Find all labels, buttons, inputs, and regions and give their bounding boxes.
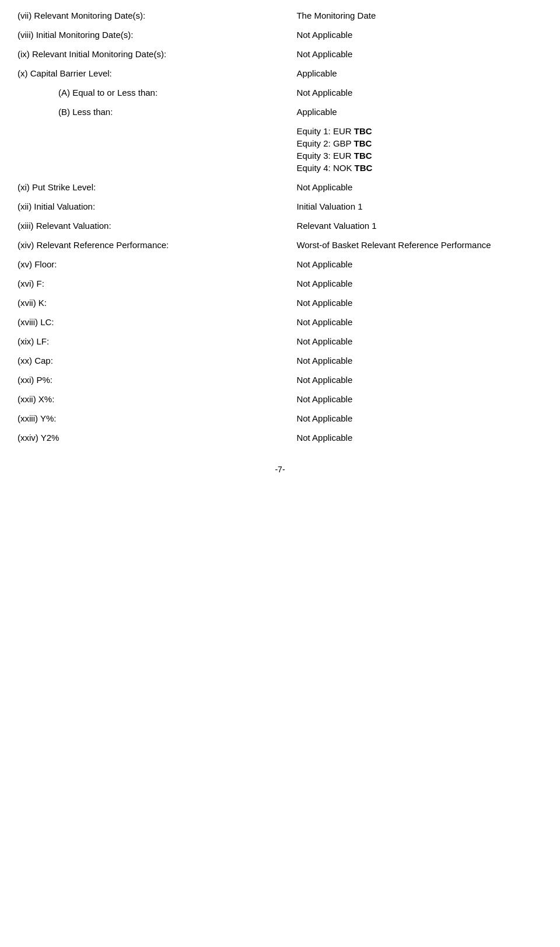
right-value: Not Applicable <box>296 278 352 288</box>
right-value: Not Applicable <box>296 356 352 365</box>
left-label: (ix) Relevant Initial Monitoring Date(s)… <box>18 49 166 59</box>
left-label: (A) Equal to or Less than: <box>58 88 158 98</box>
left-label: (xxiii) Y%: <box>18 413 56 423</box>
table-row: (xiv) Relevant Reference Performance:Wor… <box>12 235 548 255</box>
right-value: Not Applicable <box>296 298 352 308</box>
left-col-xi: (xi) Put Strike Level: <box>12 182 290 192</box>
right-value: Not Applicable <box>296 336 352 346</box>
left-col-x: (x) Capital Barrier Level: <box>12 68 290 78</box>
right-value: Not Applicable <box>296 317 352 327</box>
table-row: (xix) LF:Not Applicable <box>12 332 548 351</box>
right-col-x-b: Applicable <box>290 107 548 117</box>
left-col-xiv: (xiv) Relevant Reference Performance: <box>12 240 290 250</box>
left-label: (xxiv) Y2% <box>18 433 59 443</box>
left-label: (xii) Initial Valuation: <box>18 201 95 211</box>
table-row: (xxiv) Y2%Not Applicable <box>12 428 548 447</box>
left-col-xiii: (xiii) Relevant Valuation: <box>12 221 290 231</box>
equity-line: Equity 2: GBP TBC <box>296 138 548 148</box>
left-label: (xi) Put Strike Level: <box>18 182 96 192</box>
table-row: (xi) Put Strike Level:Not Applicable <box>12 177 548 197</box>
right-value: Not Applicable <box>296 259 352 269</box>
table-row: (xiii) Relevant Valuation:Relevant Valua… <box>12 216 548 235</box>
equity-line: Equity 3: EUR TBC <box>296 151 548 161</box>
table-row: (xviii) LC:Not Applicable <box>12 312 548 332</box>
right-value: Not Applicable <box>296 433 352 443</box>
right-value: Not Applicable <box>296 394 352 404</box>
right-value: Not Applicable <box>296 88 352 98</box>
table-row: (xx) Cap:Not Applicable <box>12 351 548 370</box>
right-col-x-b-equities: Equity 1: EUR TBCEquity 2: GBP TBCEquity… <box>290 126 548 173</box>
right-value: Not Applicable <box>296 182 352 192</box>
right-col-xviii: Not Applicable <box>290 317 548 327</box>
right-col-xxiv: Not Applicable <box>290 433 548 443</box>
left-col-xv: (xv) Floor: <box>12 259 290 269</box>
right-value: Relevant Valuation 1 <box>296 221 376 231</box>
left-col-viii: (viii) Initial Monitoring Date(s): <box>12 30 290 40</box>
table-row: (B) Less than:Applicable <box>12 102 548 121</box>
left-col-xx: (xx) Cap: <box>12 356 290 365</box>
left-label: (xvi) F: <box>18 278 44 288</box>
table-row: (ix) Relevant Initial Monitoring Date(s)… <box>12 44 548 64</box>
left-label: (xvii) K: <box>18 298 47 308</box>
right-value: Applicable <box>296 107 337 117</box>
left-col-xxiii: (xxiii) Y%: <box>12 413 290 423</box>
left-col-xvi: (xvi) F: <box>12 278 290 288</box>
right-col-x: Applicable <box>290 68 548 78</box>
right-col-xiii: Relevant Valuation 1 <box>290 221 548 231</box>
left-col-ix: (ix) Relevant Initial Monitoring Date(s)… <box>12 49 290 59</box>
right-value: Initial Valuation 1 <box>296 201 362 211</box>
right-col-xxiii: Not Applicable <box>290 413 548 423</box>
left-label: (xv) Floor: <box>18 259 57 269</box>
right-value: Not Applicable <box>296 30 352 40</box>
table-row: Equity 1: EUR TBCEquity 2: GBP TBCEquity… <box>12 121 548 177</box>
left-col-x-b: (B) Less than: <box>12 107 290 117</box>
table-row: (xvii) K:Not Applicable <box>12 293 548 312</box>
equity-line: Equity 4: NOK TBC <box>296 163 548 173</box>
table-row: (xii) Initial Valuation:Initial Valuatio… <box>12 197 548 216</box>
right-value: The Monitoring Date <box>296 11 376 20</box>
table-row: (xxii) X%:Not Applicable <box>12 389 548 409</box>
table-row: (xxi) P%:Not Applicable <box>12 370 548 389</box>
right-col-x-a: Not Applicable <box>290 88 548 98</box>
left-col-xxiv: (xxiv) Y2% <box>12 433 290 443</box>
table-row: (xvi) F:Not Applicable <box>12 274 548 293</box>
right-value: Not Applicable <box>296 49 352 59</box>
table-row: (xxiii) Y%:Not Applicable <box>12 409 548 428</box>
left-label: (B) Less than: <box>58 107 113 117</box>
right-col-xix: Not Applicable <box>290 336 548 346</box>
right-value: Worst-of Basket Relevant Reference Perfo… <box>296 240 491 250</box>
left-label: (xix) LF: <box>18 336 49 346</box>
right-value: Not Applicable <box>296 375 352 385</box>
left-col-xxii: (xxii) X%: <box>12 394 290 404</box>
table-row: (vii) Relevant Monitoring Date(s):The Mo… <box>12 6 548 25</box>
table-row: (xv) Floor:Not Applicable <box>12 255 548 274</box>
right-col-xxi: Not Applicable <box>290 375 548 385</box>
right-value: Applicable <box>296 68 337 78</box>
page-footer: -7- <box>12 465 548 474</box>
left-col-xvii: (xvii) K: <box>12 298 290 308</box>
page-number: -7- <box>275 465 285 474</box>
left-label: (xiii) Relevant Valuation: <box>18 221 111 231</box>
equity-block: Equity 1: EUR TBCEquity 2: GBP TBCEquity… <box>296 126 548 173</box>
left-col-xxi: (xxi) P%: <box>12 375 290 385</box>
right-col-vii: The Monitoring Date <box>290 11 548 20</box>
right-col-xxii: Not Applicable <box>290 394 548 404</box>
right-col-xvi: Not Applicable <box>290 278 548 288</box>
left-label: (xviii) LC: <box>18 317 54 327</box>
table-row: (x) Capital Barrier Level:Applicable <box>12 64 548 83</box>
right-col-xv: Not Applicable <box>290 259 548 269</box>
right-col-xii: Initial Valuation 1 <box>290 201 548 211</box>
left-col-x-a: (A) Equal to or Less than: <box>12 88 290 98</box>
left-col-xviii: (xviii) LC: <box>12 317 290 327</box>
left-label: (xxi) P%: <box>18 375 52 385</box>
right-col-xiv: Worst-of Basket Relevant Reference Perfo… <box>290 240 548 250</box>
right-value: Not Applicable <box>296 413 352 423</box>
left-label: (viii) Initial Monitoring Date(s): <box>18 30 133 40</box>
left-col-xix: (xix) LF: <box>12 336 290 346</box>
table-row: (A) Equal to or Less than:Not Applicable <box>12 83 548 102</box>
left-col-xii: (xii) Initial Valuation: <box>12 201 290 211</box>
right-col-viii: Not Applicable <box>290 30 548 40</box>
right-col-xvii: Not Applicable <box>290 298 548 308</box>
left-label: (x) Capital Barrier Level: <box>18 68 112 78</box>
main-table: (vii) Relevant Monitoring Date(s):The Mo… <box>12 6 548 447</box>
